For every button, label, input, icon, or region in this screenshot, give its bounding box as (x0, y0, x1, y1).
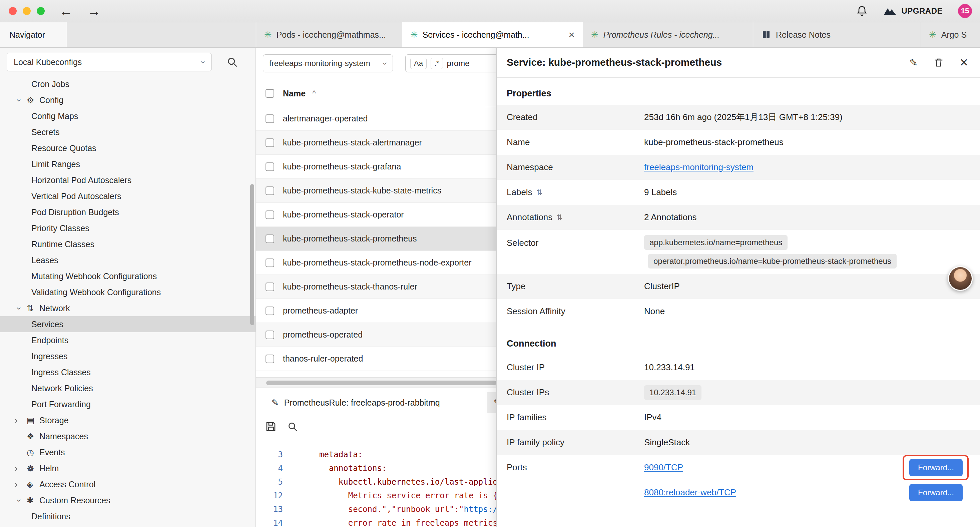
zoom-window-button[interactable] (37, 7, 45, 15)
service-name-cell: kube-prometheus-stack-kube-state-metrics (283, 186, 441, 196)
navigator-item-services[interactable]: Services (0, 316, 256, 332)
delete-resource-icon[interactable] (933, 57, 944, 68)
row-checkbox[interactable] (266, 162, 274, 171)
cluster-ip-value: 10.233.14.91 (644, 362, 695, 373)
navigator-item-vertical-pod-autoscalers[interactable]: Vertical Pod Autoscalers (0, 188, 256, 204)
navigator-item-runtime-classes[interactable]: Runtime Classes (0, 236, 256, 252)
tab-argo[interactable]: ✳ Argo S (921, 22, 980, 47)
notification-count-badge[interactable]: 15 (958, 4, 972, 18)
port-link[interactable]: 8080:reloader-web/TCP (644, 487, 736, 498)
navigator-panel-tab[interactable]: Navigator (0, 22, 67, 47)
tab-release-notes[interactable]: Release Notes (753, 22, 921, 47)
navigator-item-resource-quotas[interactable]: Resource Quotas (0, 140, 256, 156)
chevron-down-icon[interactable]: › (14, 304, 24, 312)
match-case-toggle[interactable]: Aa (410, 58, 426, 69)
service-name-cell: thanos-ruler-operated (283, 354, 363, 363)
navigator-item-label: Horizontal Pod Autoscalers (31, 175, 131, 185)
row-ports: Ports 9090/TCP Forward... 8080:reloader-… (497, 455, 980, 505)
chevron-right-icon[interactable]: › (15, 463, 27, 474)
navigator-item-validating-webhook-configurations[interactable]: Validating Webhook Configurations (0, 284, 256, 300)
port-link[interactable]: 9090/TCP (644, 462, 683, 473)
navigator-item-pod-disruption-budgets[interactable]: Pod Disruption Budgets (0, 204, 256, 220)
column-header-name[interactable]: Name (283, 89, 305, 99)
navigator-item-label: Secrets (31, 127, 60, 137)
chevron-right-icon[interactable]: › (15, 479, 27, 490)
navigator-item-endpoints[interactable]: Endpoints (0, 332, 256, 348)
chevron-down-icon[interactable]: › (14, 96, 24, 104)
editor-tab-prometheusrule[interactable]: ✎ PrometheusRule: freeleaps-prod-rabbitm… (256, 392, 487, 413)
port-line-9090: 9090/TCP Forward... (644, 455, 963, 480)
tab-services[interactable]: ✳ Services - icecheng@math... × (402, 22, 583, 47)
row-checkbox[interactable] (266, 139, 274, 147)
navigator-item-network[interactable]: ›⇅Network (0, 300, 256, 316)
edit-resource-icon[interactable]: ✎ (909, 57, 918, 68)
upgrade-button[interactable]: UPGRADE (883, 6, 943, 16)
row-checkbox[interactable] (266, 331, 274, 339)
navigator-item-definitions[interactable]: Definitions (0, 508, 256, 524)
navigator-item-custom-resources[interactable]: ›✱Custom Resources (0, 492, 256, 508)
navigator-item-ingress-classes[interactable]: Ingress Classes (0, 364, 256, 380)
navigator-item-storage[interactable]: ›▤Storage (0, 412, 256, 428)
expand-labels-icon[interactable]: ⇅ (536, 188, 542, 197)
navigator-item-namespaces[interactable]: ❖Namespaces (0, 428, 256, 444)
navigator-item-ingresses[interactable]: Ingresses (0, 348, 256, 364)
row-checkbox[interactable] (266, 210, 274, 219)
navigator-item-label: Network Policies (31, 384, 93, 393)
tab-pods[interactable]: ✳ Pods - icecheng@mathmas... (256, 22, 402, 47)
navigator-item-secrets[interactable]: Secrets (0, 124, 256, 140)
navigator-item-mutating-webhook-configurations[interactable]: Mutating Webhook Configurations (0, 268, 256, 284)
sort-ascending-icon[interactable]: ^ (312, 89, 316, 98)
navigator-item-access-control[interactable]: ›◈Access Control (0, 476, 256, 492)
navigator-item-cron-jobs[interactable]: Cron Jobs (0, 76, 256, 92)
regex-toggle[interactable]: .* (431, 58, 443, 69)
navigator-item-priority-classes[interactable]: Priority Classes (0, 220, 256, 236)
close-drawer-icon[interactable]: × (960, 56, 968, 69)
notifications-bell-icon[interactable] (856, 5, 868, 17)
navigator-item-events[interactable]: ◷Events (0, 444, 256, 460)
chevron-right-icon[interactable]: › (15, 415, 27, 426)
close-tab-icon[interactable]: × (568, 29, 575, 40)
row-checkbox[interactable] (266, 282, 274, 291)
expand-annotations-icon[interactable]: ⇅ (556, 213, 562, 222)
row-checkbox[interactable] (266, 258, 274, 267)
navigator-scrollbar[interactable] (250, 184, 254, 325)
row-checkbox[interactable] (266, 115, 274, 123)
row-checkbox[interactable] (266, 234, 274, 243)
save-icon[interactable] (265, 420, 277, 433)
chevron-down-icon[interactable]: › (14, 496, 24, 505)
navigator-item-network-policies[interactable]: Network Policies (0, 380, 256, 396)
navigator-item-helm[interactable]: ›☸Helm (0, 460, 256, 476)
scrollbar-thumb[interactable] (266, 381, 496, 385)
namespace-selector[interactable]: freeleaps-monitoring-system › (263, 54, 393, 72)
navigator-item-limit-ranges[interactable]: Limit Ranges (0, 156, 256, 172)
forward-port-button[interactable]: Forward... (909, 459, 963, 476)
select-all-checkbox[interactable] (266, 89, 274, 98)
line-number: 5 (256, 477, 286, 487)
forward-icon[interactable]: → (88, 4, 101, 18)
forward-port-button[interactable]: Forward... (909, 484, 963, 502)
line-number: 4 (256, 463, 286, 473)
navigator-item-leases[interactable]: Leases (0, 252, 256, 268)
navigator-item-config-maps[interactable]: Config Maps (0, 108, 256, 124)
kubeconfig-selector[interactable]: Local Kubeconfigs › (7, 53, 212, 72)
minimize-window-button[interactable] (23, 7, 31, 15)
row-checkbox[interactable] (266, 307, 274, 315)
close-window-button[interactable] (9, 7, 17, 15)
user-avatar[interactable] (948, 266, 973, 291)
editor-search-icon[interactable] (287, 421, 298, 432)
row-checkbox[interactable] (266, 355, 274, 363)
service-name-cell: kube-prometheus-stack-grafana (283, 162, 401, 172)
back-icon[interactable]: ← (59, 4, 73, 18)
row-checkbox[interactable] (266, 186, 274, 195)
row-ip-families: IP families IPv4 (497, 405, 980, 430)
navigator-item-config[interactable]: ›⚙Config (0, 92, 256, 108)
search-icon[interactable] (226, 56, 238, 68)
tab-prometheus-rules[interactable]: ✳ Prometheus Rules - icecheng... (583, 22, 753, 47)
namespace-link[interactable]: freeleaps-monitoring-system (644, 162, 754, 172)
navigator-item-label: Validating Webhook Configurations (31, 288, 161, 297)
drawer-header: Service: kube-prometheus-stack-prometheu… (497, 47, 980, 78)
navigator-item-port-forwarding[interactable]: Port Forwarding (0, 396, 256, 412)
navigator-item-label: Definitions (31, 512, 70, 521)
navigator-item-label: Priority Classes (31, 223, 89, 233)
navigator-item-horizontal-pod-autoscalers[interactable]: Horizontal Pod Autoscalers (0, 172, 256, 188)
